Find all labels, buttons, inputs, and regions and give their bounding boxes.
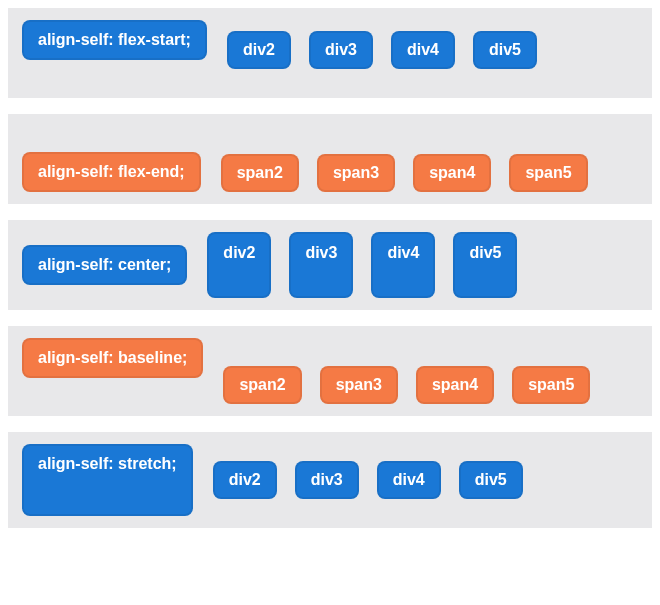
- child-item: div5: [453, 232, 517, 298]
- property-label: align-self: baseline;: [22, 338, 203, 378]
- children-group: div2 div3 div4 div5: [227, 20, 537, 80]
- children-group: span2 span3 span4 span5: [221, 154, 588, 192]
- child-item: span5: [512, 366, 590, 404]
- example-row-flex-start: align-self: flex-start; div2 div3 div4 d…: [8, 8, 652, 98]
- child-item: div3: [289, 232, 353, 298]
- child-item: span4: [416, 366, 494, 404]
- example-row-flex-end: align-self: flex-end; span2 span3 span4 …: [8, 114, 652, 204]
- child-item: span3: [317, 154, 395, 192]
- child-item: div4: [391, 31, 455, 69]
- property-label: align-self: stretch;: [22, 444, 193, 516]
- child-item: div2: [207, 232, 271, 298]
- example-row-baseline: align-self: baseline; span2 span3 span4 …: [8, 326, 652, 416]
- child-item: span3: [320, 366, 398, 404]
- children-group: div2 div3 div4 div5: [207, 232, 517, 298]
- children-group: div2 div3 div4 div5: [213, 444, 523, 516]
- child-item: span5: [509, 154, 587, 192]
- child-item: div4: [377, 461, 441, 499]
- child-item: span4: [413, 154, 491, 192]
- child-item: div3: [295, 461, 359, 499]
- child-item: div5: [459, 461, 523, 499]
- property-label: align-self: flex-start;: [22, 20, 207, 60]
- children-group: span2 span3 span4 span5: [223, 338, 590, 404]
- child-item: div2: [227, 31, 291, 69]
- property-label: align-self: center;: [22, 245, 187, 285]
- child-item: div3: [309, 31, 373, 69]
- child-item: span2: [223, 366, 301, 404]
- child-item: div2: [213, 461, 277, 499]
- child-item: div4: [371, 232, 435, 298]
- property-label: align-self: flex-end;: [22, 152, 201, 192]
- child-item: div5: [473, 31, 537, 69]
- example-row-center: align-self: center; div2 div3 div4 div5: [8, 220, 652, 310]
- example-row-stretch: align-self: stretch; div2 div3 div4 div5: [8, 432, 652, 528]
- child-item: span2: [221, 154, 299, 192]
